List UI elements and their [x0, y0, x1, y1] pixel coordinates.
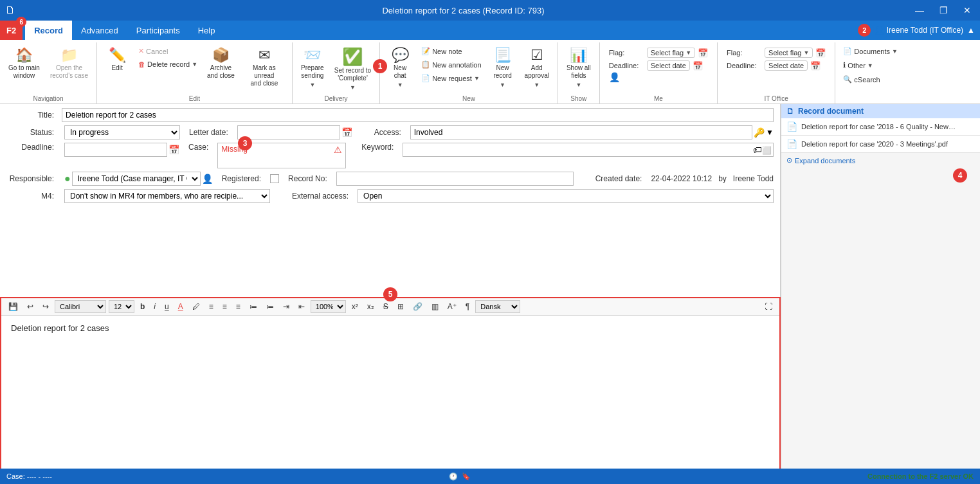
ribbon-group-delivery: 📨 Prepare sending ▼ ✅ Set record to 'Com… — [293, 42, 380, 103]
underline-btn[interactable]: u — [161, 301, 172, 312]
new-chat-btn[interactable]: 💬 New chat ▼ — [384, 45, 416, 91]
link-btn[interactable]: 🔗 — [410, 301, 426, 312]
title-input[interactable] — [62, 108, 774, 122]
side-panel-item-0[interactable]: 📄 Deletion report for case '2018 - 6 Qua… — [781, 118, 980, 136]
registered-checkbox[interactable] — [270, 174, 279, 183]
editor-save-icon[interactable]: 💾 — [5, 301, 21, 312]
fullscreen-btn[interactable]: ⛶ — [761, 301, 776, 312]
me-flag-calendar-icon[interactable]: 📅 — [698, 48, 708, 58]
italic-btn[interactable]: i — [150, 301, 159, 312]
collapse-btn[interactable]: ▲ — [967, 26, 975, 35]
close-btn[interactable]: ✕ — [959, 4, 975, 17]
edit-btn[interactable]: ✏️ Edit — [101, 45, 133, 75]
side-panel-item-1[interactable]: 📄 Deletion report for case '2020 - 3 Mee… — [781, 136, 980, 153]
restore-btn[interactable]: ❐ — [936, 4, 952, 17]
ribbon-group-show: 📊 Show all fields ▼ Show — [558, 42, 600, 103]
form-area: Title: Status: In progress Letter date: … — [0, 104, 781, 297]
language-select[interactable]: Dansk — [475, 300, 520, 313]
external-access-select[interactable]: Open — [358, 189, 774, 203]
side-item-name-1: Deletion report for case '2020 - 3 Meeti… — [801, 140, 948, 148]
archive-icon: 📦 — [212, 48, 230, 62]
font-size-select[interactable]: 12 — [109, 300, 134, 313]
m4-label: M4: — [6, 192, 58, 201]
tab-advanced[interactable]: Advanced — [72, 21, 127, 40]
archive-close-btn[interactable]: 📦 Archive and close — [203, 45, 239, 83]
access-dropdown-icon[interactable]: ▼ — [766, 128, 774, 137]
editor-redo-btn[interactable]: ↪ — [39, 301, 52, 312]
outdent-btn[interactable]: ⇤ — [295, 301, 308, 312]
f2-menu[interactable]: F2 6 — [0, 21, 23, 40]
tab-help[interactable]: Help — [189, 21, 224, 40]
me-date-calendar-icon[interactable]: 📅 — [693, 61, 703, 71]
editor-undo-btn[interactable]: ↩ — [24, 301, 37, 312]
chat-icon: 💬 — [392, 48, 409, 62]
go-to-main-btn[interactable]: 🏠 Go to main window — [4, 45, 44, 83]
record-no-input[interactable] — [336, 172, 574, 186]
me-select-date-btn[interactable]: Select date — [647, 60, 690, 71]
cancel-btn[interactable]: ✕ Cancel — [134, 45, 201, 57]
new-note-btn[interactable]: 📝 New note — [417, 45, 485, 57]
num-list-btn[interactable]: ≔ — [263, 301, 277, 312]
case-input[interactable]: Missing ⚠ — [217, 143, 346, 168]
it-office-select-flag-btn[interactable]: Select flag ▼ — [765, 48, 813, 58]
connection-status: Connection to the F2 server OK — [867, 472, 974, 480]
new-record-btn[interactable]: 📃 New record ▼ — [487, 45, 519, 91]
approval-icon: ☑ — [531, 48, 543, 62]
expand-docs-btn[interactable]: ⊙ Expand documents — [781, 153, 980, 168]
it-office-select-date-btn[interactable]: Select date — [765, 60, 808, 71]
status-select[interactable]: In progress — [64, 125, 180, 139]
align-left-btn[interactable]: ≡ — [206, 301, 217, 312]
bold-btn[interactable]: b — [137, 301, 148, 312]
document-icon: 🗋 — [786, 107, 794, 116]
letter-date-calendar-icon[interactable]: 📅 — [341, 127, 352, 138]
subscript-btn[interactable]: x₂ — [364, 301, 377, 312]
minimize-btn[interactable]: — — [911, 4, 928, 17]
new-request-btn[interactable]: 📄 New request ▼ — [417, 72, 485, 84]
set-record-btn[interactable]: ✅ Set record to 'Complete' ▼ — [330, 45, 376, 94]
documents-btn[interactable]: 📄 Documents ▼ — [839, 45, 902, 57]
it-office-date-calendar-icon[interactable]: 📅 — [810, 61, 821, 71]
table-btn[interactable]: ⊞ — [394, 301, 407, 312]
open-record-btn[interactable]: 📁 Open the record's case — [46, 45, 93, 83]
csearch-btn[interactable]: 🔍 cSearch — [839, 73, 884, 85]
highlight-btn[interactable]: 🖊 — [189, 301, 203, 312]
by-label: by — [718, 174, 727, 183]
zoom-select[interactable]: 100% — [311, 300, 346, 313]
tab-record[interactable]: Record — [25, 21, 72, 40]
case-status: Case: ---- - ---- — [6, 472, 52, 480]
letter-date-input[interactable] — [237, 125, 340, 139]
other-btn[interactable]: ℹ Other ▼ — [839, 59, 876, 71]
deadline-calendar-icon[interactable]: 📅 — [168, 145, 179, 155]
superscript-btn[interactable]: x² — [349, 301, 361, 312]
show-all-fields-btn[interactable]: 📊 Show all fields ▼ — [562, 45, 595, 91]
me-select-flag-btn[interactable]: Select flag ▼ — [647, 48, 695, 58]
responsible-person-icon[interactable]: 👤 — [202, 174, 213, 184]
it-office-flag-calendar-icon[interactable]: 📅 — [815, 48, 826, 58]
font-select[interactable]: Calibri — [55, 300, 106, 313]
text-effects-btn[interactable]: A⁺ — [444, 301, 460, 312]
documents-icon: 📄 — [843, 47, 852, 55]
align-center-btn[interactable]: ≡ — [219, 301, 230, 312]
align-right-btn[interactable]: ≡ — [233, 301, 244, 312]
columns-btn[interactable]: ▥ — [428, 301, 442, 312]
new-annotation-btn[interactable]: 📋 New annotation — [417, 58, 485, 71]
ribbon-group-me: Flag: Select flag ▼ 📅 Deadline: Select d… — [600, 42, 718, 103]
deadline-input[interactable] — [64, 143, 167, 157]
indent-btn[interactable]: ⇥ — [280, 301, 293, 312]
delete-record-btn[interactable]: 🗑 Delete record ▼ — [134, 58, 201, 70]
tab-participants[interactable]: Participants — [127, 21, 189, 40]
strikethrough-btn[interactable]: S — [380, 301, 392, 312]
editor-content[interactable]: Deletion report for 2 cases — [1, 316, 779, 483]
add-approval-btn[interactable]: ☑ Add approval ▼ — [520, 45, 554, 91]
status-row: Status: In progress Letter date: 📅 Acces… — [6, 125, 774, 139]
prepare-sending-btn[interactable]: 📨 Prepare sending ▼ — [296, 45, 329, 91]
responsible-select[interactable]: Ireene Todd (Case manager, IT Office) — [72, 172, 201, 186]
m4-select[interactable]: Don't show in MR4 for members, who are r… — [64, 189, 270, 203]
title-row: Title: — [6, 108, 774, 122]
font-color-btn[interactable]: A — [175, 301, 186, 312]
bullet-list-btn[interactable]: ≔ — [246, 301, 260, 312]
keyword-input[interactable]: 🏷 ⬜ — [403, 143, 774, 157]
access-input[interactable] — [410, 125, 752, 139]
paragraph-btn[interactable]: ¶ — [462, 301, 473, 312]
mark-unread-btn[interactable]: ✉ Mark as unread and close — [240, 45, 288, 91]
